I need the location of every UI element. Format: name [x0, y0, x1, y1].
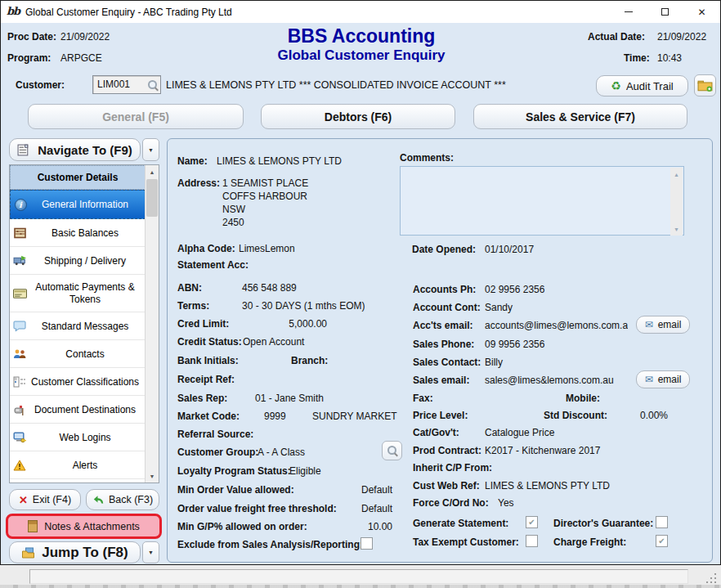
jump-to-label: Jump To (F8) — [42, 545, 128, 561]
navigate-icon — [17, 144, 31, 156]
directors-guarantee-checkbox[interactable] — [656, 516, 668, 528]
cust-web-ref-value: LIMES & LEMONS PTY LTD — [485, 480, 610, 491]
time-value: 10:43 — [657, 52, 682, 64]
customer-group-search-button[interactable] — [382, 441, 402, 460]
sales-contact-label: Sales Contact: — [413, 357, 481, 368]
notes-attachments-button[interactable]: Notes & Attachments — [6, 514, 162, 539]
general-information-panel: Name: LIMES & LEMONS PTY LTD Address: 1 … — [167, 138, 713, 563]
statement-acc-label: Statement Acc: — [177, 259, 249, 271]
scroll-up-icon[interactable]: ▲ — [146, 165, 159, 178]
app-window: bb Global Customer Enquiry - ABC Trading… — [0, 0, 721, 565]
sidebar-item-shipping-delivery[interactable]: Shipping / Delivery — [10, 247, 146, 275]
tab-debtors[interactable]: Debtors (F6) — [261, 104, 455, 129]
customer-group-value: A - A Class — [258, 447, 305, 458]
market-code-label: Market Code: — [177, 411, 240, 422]
sidebar-item-web-logins[interactable]: Web Logins — [10, 424, 146, 451]
sales-rep-label: Sales Rep: — [177, 393, 227, 404]
status-bar — [0, 565, 721, 588]
charge-freight-label: Charge Freight: — [553, 536, 626, 548]
resize-grip[interactable] — [706, 573, 716, 583]
tax-exempt-checkbox[interactable] — [526, 535, 538, 547]
sidebar-item-contacts[interactable]: Contacts — [10, 340, 146, 368]
comments-textarea[interactable]: ▲ ▼ — [400, 166, 684, 236]
sidebar-item-label: Automatic Payments & Tokens — [26, 281, 144, 306]
jump-to-button[interactable]: Jump To (F8) — [9, 541, 141, 563]
cust-web-ref-label: Cust Web Ref: — [413, 480, 480, 491]
freight-free-value: Default — [343, 503, 392, 514]
minimize-button[interactable] — [610, 1, 647, 23]
sidebar-item-customer-classifications[interactable]: Customer Classifications — [10, 368, 146, 396]
alpha-code-value: LimesLemon — [239, 243, 295, 254]
min-order-label: Min Order Value allowed: — [177, 484, 294, 496]
exclude-sales-checkbox[interactable] — [360, 537, 373, 550]
comments-scrollbar[interactable]: ▲ ▼ — [670, 168, 683, 236]
customer-code-input[interactable]: LIM001 — [92, 75, 161, 94]
sidebar-item-basic-balances[interactable]: Basic Balances — [10, 219, 146, 247]
sidebar-item-document-destinations[interactable]: Document Destinations — [10, 396, 146, 424]
navigate-to-button[interactable]: Navigate To (F9) — [9, 138, 141, 161]
back-arrow-icon — [92, 495, 104, 505]
exit-x-icon: ✕ — [19, 494, 28, 506]
sales-contact-value: Billy — [485, 357, 503, 368]
referral-source-label: Referral Source: — [177, 429, 253, 440]
sales-phone-label: Sales Phone: — [413, 339, 474, 350]
generate-statement-checkbox[interactable]: ✔ — [526, 516, 538, 528]
account-cont-label: Account Cont: — [413, 302, 481, 313]
exclude-sales-label: Exclude from Sales Analysis/Reporting: — [177, 539, 363, 550]
close-button[interactable]: ✕ — [683, 1, 720, 23]
customer-search-icon[interactable] — [147, 79, 159, 91]
bank-initials-label: Bank Initials: — [177, 355, 239, 366]
sidebar-scrollbar[interactable]: ▲ ▼ — [145, 165, 159, 483]
scroll-down-icon[interactable]: ▼ — [146, 469, 159, 483]
alert-icon — [12, 459, 27, 472]
cred-limit-value: 5,000.00 — [245, 318, 327, 330]
cat-govt-label: Cat/Gov't: — [413, 427, 459, 438]
scroll-down-icon[interactable]: ▼ — [670, 222, 683, 236]
std-discount-label: Std Discount: — [544, 410, 607, 421]
sidebar-item-automatic-payments-tokens[interactable]: Automatic Payments & Tokens — [10, 275, 146, 312]
sidebar-item-label: Standard Messages — [42, 321, 129, 332]
exit-label: Exit (F4) — [33, 494, 71, 505]
notes-attachments-label: Notes & Attachments — [44, 521, 140, 532]
actual-date-value: 21/09/2022 — [657, 31, 706, 43]
prod-contract-value: K2017 - Kitchenware 2017 — [485, 445, 600, 456]
email-icon: ✉ — [645, 374, 653, 385]
scrollbar-thumb[interactable] — [146, 179, 158, 217]
accounts-email-button[interactable]: ✉ email — [636, 316, 690, 334]
attachments-folder-button[interactable] — [694, 74, 716, 97]
tab-sales-service[interactable]: Sales & Service (F7) — [473, 104, 687, 129]
force-cord-value: Yes — [498, 497, 514, 509]
navigate-dropdown-button[interactable]: ▼ — [142, 138, 159, 161]
sidebar-item-label: Shipping / Delivery — [44, 255, 126, 267]
jump-dropdown-button[interactable]: ▼ — [142, 541, 159, 563]
credit-status-label: Credit Status: — [177, 336, 242, 348]
freight-free-label: Order value freight free threshold: — [177, 503, 337, 514]
tab-sales-service-label: Sales & Service (F7) — [526, 110, 635, 123]
sales-email-button[interactable]: ✉ email — [636, 370, 690, 388]
audit-trail-button[interactable]: ♻ Audit Trail — [596, 75, 688, 97]
sales-phone-value: 09 9956 2356 — [485, 339, 544, 350]
navigation-list: Customer Details i General Information B… — [9, 164, 159, 483]
date-opened-label: Date Opened: — [412, 244, 476, 255]
back-button[interactable]: Back (F3) — [86, 489, 159, 510]
sidebar-item-label: Customer Classifications — [31, 376, 139, 388]
sidebar-item-custom-fields[interactable]: Custom Fields / — [10, 479, 146, 483]
branch-label: Branch: — [291, 355, 328, 366]
sidebar-item-alerts[interactable]: Alerts — [10, 451, 146, 479]
market-code-value: 9999 — [264, 411, 286, 422]
exit-button[interactable]: ✕ Exit (F4) — [9, 489, 81, 510]
customer-name-text: LIMES & LEMONS PTY LTD *** CONSOLIDATED … — [166, 79, 506, 91]
charge-freight-checkbox[interactable]: ✔ — [656, 535, 668, 547]
tax-exempt-label: Tax Exempt Customer: — [413, 536, 519, 548]
sidebar-item-general-information[interactable]: i General Information — [10, 190, 146, 219]
mobile-label: Mobile: — [566, 393, 600, 404]
cat-govt-value: Catalogue Price — [485, 427, 554, 438]
tab-general[interactable]: General (F5) — [28, 104, 244, 129]
customer-group-label: Customer Group: — [177, 447, 258, 458]
chevron-down-icon: ▼ — [148, 147, 154, 153]
sidebar-item-standard-messages[interactable]: Standard Messages — [10, 312, 146, 340]
background-window-sliver — [0, 585, 721, 588]
maximize-button[interactable] — [647, 1, 683, 23]
scroll-up-icon[interactable]: ▲ — [670, 168, 683, 181]
account-cont-value: Sandy — [485, 302, 513, 313]
